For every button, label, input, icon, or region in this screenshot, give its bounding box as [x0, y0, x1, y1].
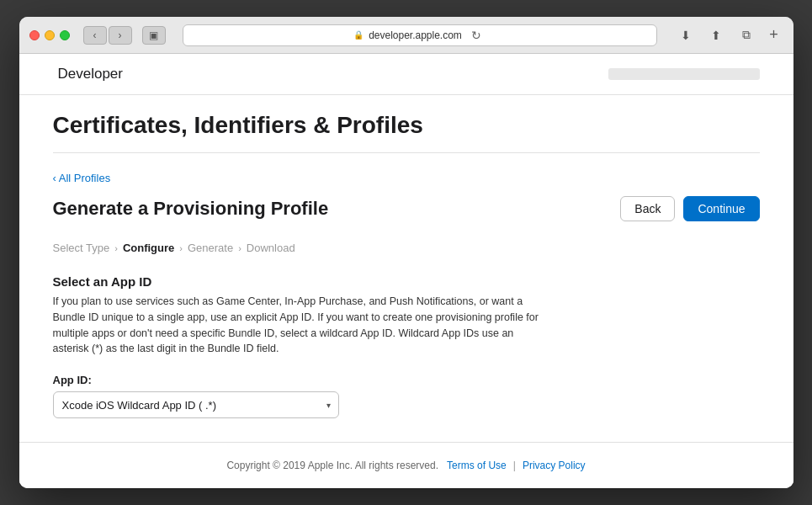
- address-bar[interactable]: 🔒 developer.apple.com ↻: [183, 24, 657, 46]
- footer-separator: |: [513, 460, 516, 471]
- app-id-field-label: App ID:: [53, 374, 760, 386]
- close-button[interactable]: [29, 30, 40, 40]
- continue-button[interactable]: Continue: [683, 196, 759, 221]
- step-generate: Generate: [188, 242, 233, 254]
- back-to-profiles-link[interactable]: ‹ All Profiles: [53, 172, 111, 184]
- app-id-section-title: Select an App ID: [53, 274, 760, 289]
- app-id-select[interactable]: Xcode iOS Wildcard App ID ( .*): [53, 391, 339, 418]
- lock-icon: 🔒: [353, 30, 364, 40]
- privacy-policy-link[interactable]: Privacy Policy: [523, 460, 586, 471]
- footer-links: Terms of Use | Privacy Policy: [447, 460, 586, 471]
- section-title: Generate a Provisioning Profile: [53, 198, 329, 220]
- step-arrow-1: ›: [114, 243, 118, 253]
- user-info-blurred: [608, 68, 760, 80]
- step-arrow-3: ›: [238, 243, 241, 253]
- action-buttons: Back Continue: [620, 196, 759, 221]
- app-id-select-wrapper: Xcode iOS Wildcard App ID ( .*) ▾: [53, 391, 339, 418]
- add-tab-button[interactable]: +: [765, 26, 783, 45]
- back-button[interactable]: Back: [620, 196, 675, 221]
- page-content: Developer Certificates, Identifiers & Pr…: [19, 54, 793, 488]
- traffic-lights: [29, 30, 70, 40]
- add-tab-icon: +: [769, 26, 778, 44]
- apple-logo-area: Developer: [53, 66, 124, 82]
- step-configure: Configure: [123, 242, 174, 254]
- copyright-text: Copyright © 2019 Apple Inc. All rights r…: [226, 460, 438, 471]
- terms-of-use-link[interactable]: Terms of Use: [447, 460, 507, 471]
- app-id-section-description: If you plan to use services such as Game…: [53, 294, 541, 357]
- section-header: Generate a Provisioning Profile Back Con…: [53, 196, 760, 221]
- minimize-button[interactable]: [45, 30, 55, 40]
- apple-header: Developer: [19, 54, 793, 95]
- step-arrow-2: ›: [179, 243, 183, 253]
- user-info: [608, 68, 760, 80]
- back-nav-button[interactable]: ‹: [83, 26, 107, 45]
- download-button[interactable]: ⬇: [674, 26, 698, 45]
- back-nav-icon: ‹: [93, 29, 97, 41]
- sidebar-toggle-button[interactable]: ▣: [142, 26, 166, 45]
- step-download: Download: [247, 242, 295, 254]
- refresh-icon: ↻: [471, 29, 481, 42]
- page-title: Certificates, Identifiers & Profiles: [53, 112, 760, 139]
- developer-label: Developer: [58, 66, 124, 82]
- refresh-button[interactable]: ↻: [467, 26, 486, 45]
- nav-buttons: ‹ ›: [83, 26, 132, 45]
- page-footer: Copyright © 2019 Apple Inc. All rights r…: [19, 442, 793, 488]
- forward-nav-button[interactable]: ›: [109, 26, 132, 45]
- duplicate-button[interactable]: ⧉: [735, 26, 758, 45]
- download-icon: ⬇: [681, 29, 691, 42]
- main-content: Certificates, Identifiers & Profiles ‹ A…: [19, 95, 793, 442]
- share-button[interactable]: ⬆: [704, 26, 728, 45]
- page-divider: [53, 152, 760, 153]
- step-select-type: Select Type: [53, 242, 110, 254]
- titlebar: ‹ › ▣ 🔒 developer.apple.com ↻ ⬇ ⬆ ⧉: [19, 17, 793, 54]
- forward-nav-icon: ›: [119, 29, 122, 41]
- maximize-button[interactable]: [60, 30, 70, 40]
- app-id-section: Select an App ID If you plan to use serv…: [53, 274, 760, 418]
- duplicate-icon: ⧉: [742, 28, 751, 42]
- share-icon: ⬆: [711, 29, 721, 42]
- browser-window: ‹ › ▣ 🔒 developer.apple.com ↻ ⬇ ⬆ ⧉: [19, 17, 793, 488]
- sidebar-icon: ▣: [149, 29, 158, 41]
- toolbar-right: ⬇ ⬆ ⧉ +: [674, 26, 783, 45]
- steps-bar: Select Type › Configure › Generate › Dow…: [53, 242, 760, 254]
- url-text: developer.apple.com: [369, 29, 462, 41]
